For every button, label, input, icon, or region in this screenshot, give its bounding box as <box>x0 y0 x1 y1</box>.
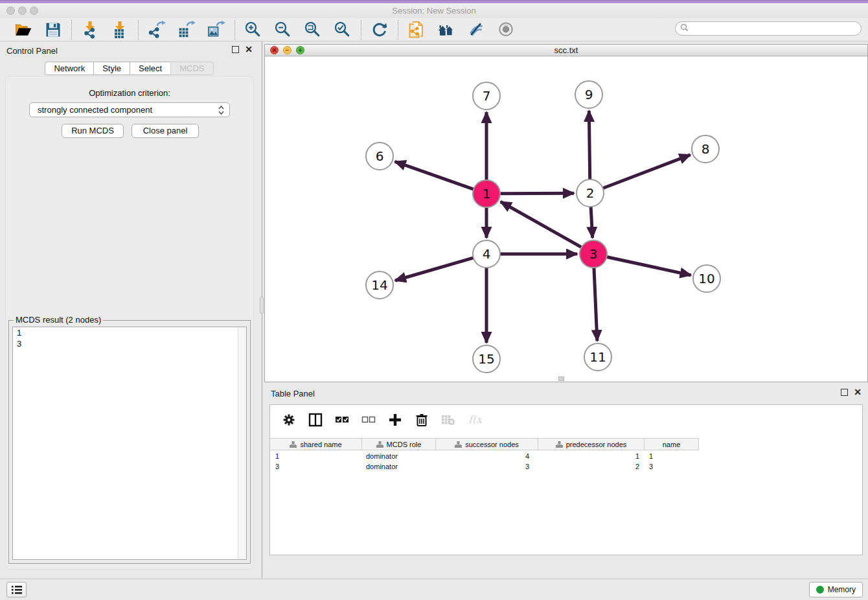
export-network-icon[interactable] <box>147 20 166 40</box>
graph-node-8[interactable]: 8 <box>692 135 719 163</box>
minimize-window-button[interactable] <box>18 6 27 15</box>
import-network-icon[interactable] <box>80 20 100 40</box>
search-box[interactable] <box>675 21 862 36</box>
optimization-criterion-dropdown[interactable]: strongly connected component <box>29 102 230 117</box>
graph-node-15[interactable]: 15 <box>473 345 500 373</box>
destroy-table-icon <box>440 412 456 428</box>
maximize-view-icon[interactable]: + <box>296 46 304 54</box>
svg-text:9: 9 <box>585 87 593 102</box>
graph-node-2[interactable]: 2 <box>577 179 604 207</box>
network-canvas[interactable]: 7968124314101511 <box>265 57 867 382</box>
graph-edge-2-9[interactable] <box>589 111 589 179</box>
close-panel-button[interactable]: Close panel <box>131 124 199 138</box>
export-image-icon[interactable] <box>207 20 226 40</box>
graph-node-7[interactable]: 7 <box>473 82 500 110</box>
graph-node-11[interactable]: 11 <box>584 343 611 371</box>
cell-successor-nodes[interactable]: 4 <box>436 451 538 461</box>
vertical-splitter[interactable] <box>259 41 264 579</box>
cell-shared-name[interactable]: 3 <box>270 461 362 472</box>
search-input[interactable] <box>691 23 861 34</box>
graph-edge-3-11[interactable] <box>594 268 597 341</box>
export-table-icon[interactable] <box>177 20 196 40</box>
float-table-panel-icon[interactable] <box>841 389 848 396</box>
close-window-button[interactable] <box>6 6 15 15</box>
svg-text:14: 14 <box>371 277 387 293</box>
graph-node-3[interactable]: 3 <box>580 240 607 268</box>
import-table-icon[interactable] <box>110 20 130 40</box>
graph-edge-1-2[interactable] <box>500 193 574 194</box>
memory-button[interactable]: Memory <box>809 582 863 597</box>
canvas-splitter-grip[interactable] <box>558 376 564 381</box>
task-history-button[interactable] <box>6 582 27 597</box>
eye-icon[interactable] <box>496 20 516 40</box>
zoom-in-icon[interactable] <box>244 20 263 40</box>
splitter-grip[interactable] <box>260 297 264 314</box>
cell-MCDS-role[interactable]: dominator <box>362 461 436 472</box>
run-mcds-button[interactable]: Run MCDS <box>62 124 124 138</box>
deselect-all-columns-icon[interactable] <box>361 412 376 428</box>
cell-predecessor-nodes[interactable]: 2 <box>538 461 645 472</box>
table-panel: Table Panel ✕ f(x) shared nameMCDS roles… <box>264 384 868 579</box>
network-window-titlebar[interactable]: ✕ − + scc.txt <box>265 45 867 56</box>
column-header-MCDS-role[interactable]: MCDS role <box>362 438 436 450</box>
minimize-view-icon[interactable]: − <box>283 46 291 54</box>
cell-successor-nodes[interactable]: 3 <box>436 461 538 472</box>
graphics-details-icon[interactable] <box>466 20 486 40</box>
graph-node-4[interactable]: 4 <box>473 240 500 268</box>
zoom-selected-icon[interactable] <box>333 20 352 40</box>
tab-network[interactable]: Network <box>45 62 94 75</box>
close-table-panel-icon[interactable]: ✕ <box>854 389 862 396</box>
float-panel-icon[interactable] <box>232 46 239 53</box>
close-panel-icon[interactable]: ✕ <box>245 46 253 53</box>
table-column-header: shared nameMCDS rolesuccessor nodesprede… <box>270 438 862 450</box>
cell-name[interactable]: 3 <box>645 461 699 472</box>
home-icon[interactable] <box>437 20 456 40</box>
show-columns-icon[interactable] <box>308 412 323 428</box>
graph-node-1[interactable]: 1 <box>473 180 500 207</box>
column-header-shared-name[interactable]: shared name <box>270 438 362 450</box>
tab-style[interactable]: Style <box>93 62 130 75</box>
result-scrollbar[interactable] <box>238 327 246 559</box>
node-table: f(x) shared nameMCDS rolesuccessor nodes… <box>269 404 863 555</box>
graph-node-9[interactable]: 9 <box>575 81 602 108</box>
save-session-icon[interactable] <box>43 20 63 40</box>
apply-layout-icon[interactable] <box>370 20 389 40</box>
new-network-file-icon[interactable] <box>407 20 426 40</box>
flow-hierarchy-icon <box>556 441 563 448</box>
zoom-window-button[interactable] <box>30 6 38 15</box>
result-line: 1 <box>13 327 246 338</box>
cell-shared-name[interactable]: 1 <box>270 451 362 461</box>
graph-edge-3-10[interactable] <box>607 257 691 275</box>
cell-predecessor-nodes[interactable]: 1 <box>538 451 645 461</box>
tab-mcds[interactable]: MCDS <box>170 62 213 75</box>
close-view-icon[interactable]: ✕ <box>270 46 279 54</box>
table-toolbar: f(x) <box>270 405 862 435</box>
mcds-result-textarea[interactable]: 13 <box>12 327 247 560</box>
open-session-icon[interactable] <box>14 20 33 40</box>
column-header-successor-nodes[interactable]: successor nodes <box>436 438 538 450</box>
search-icon <box>680 23 689 34</box>
column-label: successor nodes <box>465 441 519 448</box>
select-all-columns-icon[interactable] <box>334 412 350 428</box>
zoom-out-icon[interactable] <box>273 20 293 40</box>
flow-hierarchy-icon <box>455 441 462 448</box>
delete-columns-icon[interactable] <box>414 412 429 428</box>
create-column-icon[interactable] <box>387 412 403 428</box>
graph-edge-1-6[interactable] <box>395 161 474 189</box>
zoom-fit-icon[interactable] <box>303 20 323 40</box>
cell-MCDS-role[interactable]: dominator <box>362 451 436 461</box>
tab-select[interactable]: Select <box>130 62 171 75</box>
cell-name[interactable]: 1 <box>645 451 699 461</box>
graph-edge-3-1[interactable] <box>501 202 582 247</box>
graph-edge-2-8[interactable] <box>603 155 691 189</box>
graph-node-14[interactable]: 14 <box>366 271 393 299</box>
graph-node-6[interactable]: 6 <box>366 143 393 170</box>
network-view-window: ✕ − + scc.txt 7968124314101511 <box>264 44 868 382</box>
settings-icon[interactable] <box>281 412 297 428</box>
column-header-predecessor-nodes[interactable]: predecessor nodes <box>538 438 645 450</box>
column-header-name[interactable]: name <box>645 438 699 450</box>
optimization-criterion-label: Optimization criterion: <box>6 88 253 98</box>
graph-node-10[interactable]: 10 <box>693 265 720 292</box>
graph-edge-4-14[interactable] <box>395 258 474 281</box>
graph-edge-2-3[interactable] <box>591 207 593 238</box>
